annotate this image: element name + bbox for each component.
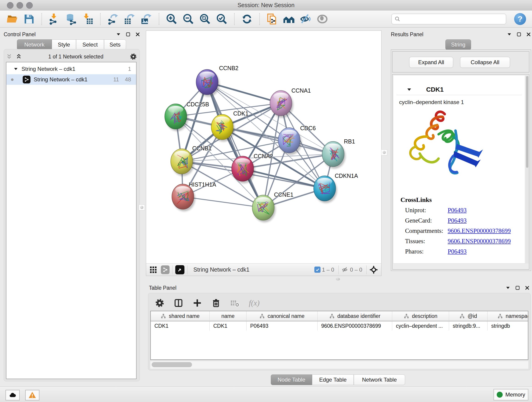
export-network-icon bbox=[107, 13, 119, 25]
table-cell[interactable]: stringdb bbox=[488, 321, 528, 331]
network-canvas[interactable]: CCNB2CCNA1CDC25BCDK1CDC6RB1CCNB1CCNA2CDK… bbox=[146, 31, 381, 264]
apply-layout-button[interactable] bbox=[241, 13, 253, 26]
homes-button[interactable] bbox=[283, 13, 295, 26]
add-column-icon[interactable] bbox=[192, 298, 202, 308]
network-node-rb1[interactable] bbox=[322, 141, 346, 169]
zoom-selected-button[interactable] bbox=[215, 13, 228, 26]
table-cell[interactable]: 9606.ENSP00000378699 bbox=[317, 321, 392, 331]
results-scrollbar-thumb[interactable] bbox=[526, 76, 528, 168]
export-table-button[interactable] bbox=[123, 13, 136, 26]
table-cell[interactable]: stringdb:9... bbox=[449, 321, 488, 331]
tab-sets[interactable]: Sets bbox=[104, 39, 126, 50]
splitter-handle[interactable] bbox=[139, 204, 145, 211]
network-node-cdc6[interactable] bbox=[278, 128, 302, 155]
panel-collapse-icon[interactable] bbox=[507, 32, 512, 37]
gene-description: cyclin–dependent kinase 1 bbox=[399, 99, 464, 105]
warnings-button[interactable] bbox=[25, 390, 39, 400]
panel-float-icon[interactable] bbox=[515, 285, 520, 290]
tab-node-table[interactable]: Node Table bbox=[271, 375, 312, 385]
table-gear-icon[interactable] bbox=[155, 298, 165, 308]
column-header[interactable]: canonical name bbox=[247, 311, 317, 321]
table-row[interactable]: CDK1 CDK1 P06493 9606.ENSP00000378699 cy… bbox=[151, 321, 528, 331]
gene-header-row[interactable]: CDK1 bbox=[396, 84, 522, 95]
node-table[interactable]: shared name name canonical name database… bbox=[150, 311, 528, 360]
column-header[interactable]: database identifier bbox=[317, 311, 392, 321]
column-header[interactable]: namespace bbox=[488, 311, 528, 321]
delete-column-icon[interactable] bbox=[211, 298, 221, 308]
birdseye-button[interactable] bbox=[316, 13, 329, 26]
zoom-out-button[interactable] bbox=[182, 13, 195, 26]
network-node-cdkn1a[interactable] bbox=[314, 176, 337, 203]
crosslink-link[interactable]: P06493 bbox=[448, 217, 467, 224]
columns-icon[interactable] bbox=[174, 298, 183, 308]
column-header[interactable]: name bbox=[210, 311, 247, 321]
search-box[interactable] bbox=[392, 14, 506, 24]
network-node-cdk1[interactable] bbox=[211, 114, 234, 142]
table-cell[interactable]: P06493 bbox=[247, 321, 317, 331]
memory-button[interactable]: Memory bbox=[494, 389, 528, 400]
column-header[interactable]: @id bbox=[449, 311, 488, 321]
gene-collapse-icon[interactable] bbox=[406, 87, 412, 92]
open-session-button[interactable] bbox=[6, 13, 19, 26]
save-session-button[interactable] bbox=[23, 13, 36, 26]
panel-collapse-icon[interactable] bbox=[116, 32, 121, 37]
splitter-handle[interactable] bbox=[336, 278, 340, 281]
network-node-ccna1[interactable] bbox=[270, 90, 293, 118]
tab-string[interactable]: String bbox=[445, 39, 471, 50]
table-hscrollbar-thumb[interactable] bbox=[152, 362, 192, 367]
crosslink-link[interactable]: 9606.ENSP00000378699 bbox=[448, 238, 511, 245]
crosslink-link[interactable]: P06493 bbox=[448, 248, 467, 255]
tab-network-table[interactable]: Network Table bbox=[354, 375, 405, 385]
network-node-cdc25b[interactable] bbox=[165, 104, 188, 131]
cloud-icon bbox=[9, 391, 17, 399]
hide-graphics-button[interactable] bbox=[299, 13, 312, 26]
network-node-hist1h1a[interactable] bbox=[172, 184, 195, 211]
export-network-button[interactable] bbox=[107, 13, 119, 26]
collapse-all-button[interactable]: Collapse All bbox=[460, 57, 510, 68]
cloud-button[interactable] bbox=[6, 390, 20, 400]
tab-network[interactable]: Network bbox=[17, 39, 52, 50]
network-collection-row[interactable]: String Network – cdk1 1 bbox=[6, 64, 136, 74]
grid-icon[interactable] bbox=[149, 266, 157, 274]
crosslink-link[interactable]: 9606.ENSP00000378699 bbox=[448, 227, 511, 235]
table-cell[interactable]: CDK1 bbox=[210, 321, 247, 331]
expand-all-icon[interactable] bbox=[16, 53, 22, 60]
panel-close-icon[interactable] bbox=[526, 32, 531, 37]
tree-expand-icon[interactable] bbox=[13, 66, 18, 71]
panel-collapse-icon[interactable] bbox=[505, 285, 510, 290]
import-table-button[interactable] bbox=[81, 13, 94, 26]
share-view-icon[interactable] bbox=[161, 265, 170, 274]
table-cell[interactable]: cyclin–dependent ... bbox=[392, 321, 449, 331]
network-node-ccnb2[interactable] bbox=[196, 70, 220, 97]
tab-edge-table[interactable]: Edge Table bbox=[312, 375, 354, 385]
export-image-button[interactable] bbox=[140, 13, 153, 26]
table-cell[interactable]: CDK1 bbox=[151, 321, 210, 331]
panel-float-icon[interactable] bbox=[126, 32, 131, 37]
selected-checkbox-icon[interactable] bbox=[314, 267, 321, 273]
table-hscrollbar[interactable] bbox=[150, 361, 528, 369]
import-database-button[interactable] bbox=[65, 13, 77, 26]
open-in-window-icon[interactable] bbox=[175, 265, 184, 274]
gear-icon[interactable] bbox=[130, 53, 137, 60]
panel-float-icon[interactable] bbox=[516, 32, 521, 37]
zoom-in-button[interactable] bbox=[165, 13, 178, 26]
tab-select[interactable]: Select bbox=[76, 39, 104, 50]
network-node-ccna2[interactable] bbox=[232, 156, 255, 183]
splitter-handle[interactable] bbox=[381, 149, 387, 155]
network-node-ccne1[interactable] bbox=[252, 195, 276, 222]
clone-network-button[interactable] bbox=[266, 13, 279, 26]
help-button[interactable]: ? bbox=[514, 13, 526, 25]
tab-style[interactable]: Style bbox=[52, 39, 76, 50]
expand-all-button[interactable]: Expand All bbox=[409, 57, 453, 68]
panel-close-icon[interactable] bbox=[525, 285, 530, 290]
network-row[interactable]: String Network – cdk1 11 48 bbox=[6, 74, 136, 85]
crosshair-icon[interactable] bbox=[369, 265, 378, 274]
crosslink-link[interactable]: P06493 bbox=[448, 207, 467, 214]
column-header[interactable]: shared name bbox=[151, 311, 210, 321]
search-input[interactable] bbox=[402, 14, 506, 24]
import-network-button[interactable] bbox=[48, 13, 61, 26]
panel-close-icon[interactable] bbox=[135, 32, 140, 37]
zoom-fit-button[interactable] bbox=[199, 13, 211, 26]
column-header[interactable]: description bbox=[392, 311, 449, 321]
collapse-all-icon[interactable] bbox=[6, 53, 12, 60]
